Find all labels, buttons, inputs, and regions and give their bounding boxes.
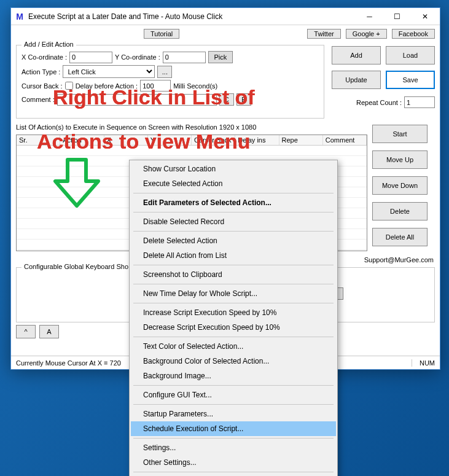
minimize-button[interactable]: ─ xyxy=(356,8,383,25)
numlock-status: NUM xyxy=(412,359,435,367)
menu-item[interactable]: Background Color of Selected Action... xyxy=(131,354,336,369)
move-up-button[interactable]: Move Up xyxy=(372,150,428,169)
list-col-header[interactable]: Repe xyxy=(279,135,323,145)
list-col-header[interactable]: Comment xyxy=(323,135,367,145)
context-menu: Show Cursor LocationExecute Selected Act… xyxy=(129,160,338,476)
app-icon: M xyxy=(15,12,25,21)
menu-item[interactable]: Configure GUI Text... xyxy=(131,388,336,402)
a-button[interactable]: A xyxy=(39,325,59,338)
menu-item[interactable]: Delete Selected Action xyxy=(131,233,336,248)
menu-separator xyxy=(133,265,334,265)
menu-item[interactable]: Execute Selected Action xyxy=(131,176,336,191)
delete-all-button[interactable]: Delete All xyxy=(372,228,428,246)
menu-separator xyxy=(133,438,334,439)
action-type-more-button[interactable]: ... xyxy=(157,66,172,78)
start-button[interactable]: Start xyxy=(372,125,428,143)
update-button[interactable]: Update xyxy=(332,71,381,89)
shortcuts-legend: Configurable Global Keyboard Sho xyxy=(21,263,131,270)
cursor-status: Currently Mouse Cursor At X = 720 xyxy=(16,359,121,367)
annotation-line-2: Actions to view Menu xyxy=(37,130,251,153)
comment-label: Comment : xyxy=(21,96,55,103)
menu-separator xyxy=(133,303,334,303)
x-input[interactable] xyxy=(69,52,112,63)
pick-button[interactable]: Pick xyxy=(208,51,233,63)
delete-button[interactable]: Delete xyxy=(372,202,428,220)
menu-item[interactable]: Edit Parameters of Selected Action... xyxy=(131,195,336,210)
menu-item[interactable]: Screenshot to Clipboard xyxy=(131,267,336,282)
facebook-button[interactable]: Facebook xyxy=(392,29,435,39)
repeat-input[interactable] xyxy=(404,96,435,108)
google-plus-button[interactable]: Google + xyxy=(346,29,387,39)
menu-separator xyxy=(133,404,334,405)
menu-item[interactable]: Increase Script Execution Speed by 10% xyxy=(131,305,336,320)
menu-item[interactable]: Delete All Action from List xyxy=(131,248,336,263)
close-button[interactable]: ✕ xyxy=(411,8,439,25)
menu-separator xyxy=(133,337,334,337)
arrow-down-icon xyxy=(52,157,101,212)
annotation-line-1: Right Click in List of xyxy=(53,86,255,109)
x-label: X Co-ordinate : xyxy=(21,53,67,61)
window-title: Execute Script at a Later Date and Time … xyxy=(28,12,356,21)
menu-separator xyxy=(133,212,334,213)
menu-item[interactable]: Show Cursor Location xyxy=(131,162,336,176)
menu-separator xyxy=(133,472,334,472)
menu-item[interactable]: Other Settings... xyxy=(131,455,336,470)
load-button[interactable]: Load xyxy=(386,46,435,64)
move-down-button[interactable]: Move Down xyxy=(372,176,428,195)
menu-item[interactable]: Text Color of Selected Action... xyxy=(131,339,336,354)
menu-item[interactable]: Decrease Script Execution Speed by 10% xyxy=(131,320,336,335)
tutorial-button[interactable]: Tutorial xyxy=(144,29,179,39)
menu-item[interactable]: Startup Parameters... xyxy=(131,407,336,421)
menu-item[interactable]: Background Image... xyxy=(131,369,336,383)
menu-item[interactable]: Schedule Execution of Script... xyxy=(131,421,336,436)
add-edit-legend: Add / Edit Action xyxy=(21,41,76,48)
y-input[interactable] xyxy=(163,52,206,63)
menu-separator xyxy=(133,231,334,232)
twitter-button[interactable]: Twitter xyxy=(307,29,340,39)
menu-separator xyxy=(133,284,334,284)
save-button[interactable]: Save xyxy=(386,71,435,89)
titlebar: M Execute Script at a Later Date and Tim… xyxy=(11,8,440,25)
menu-item[interactable]: Disable Selected Record xyxy=(131,214,336,229)
maximize-button[interactable]: ☐ xyxy=(383,8,411,25)
menu-item[interactable]: Settings... xyxy=(131,440,336,455)
action-type-select[interactable]: Left Click xyxy=(63,65,155,78)
action-type-label: Action Type : xyxy=(21,68,60,76)
caret-button[interactable]: ^ xyxy=(16,325,36,338)
y-label: Y Co-ordinate : xyxy=(115,53,160,61)
add-button[interactable]: Add xyxy=(332,46,381,64)
menu-separator xyxy=(133,385,334,386)
menu-item[interactable]: New Time Delay for Whole Script... xyxy=(131,286,336,301)
menu-separator xyxy=(133,193,334,193)
repeat-label: Repeat Count : xyxy=(356,99,402,106)
